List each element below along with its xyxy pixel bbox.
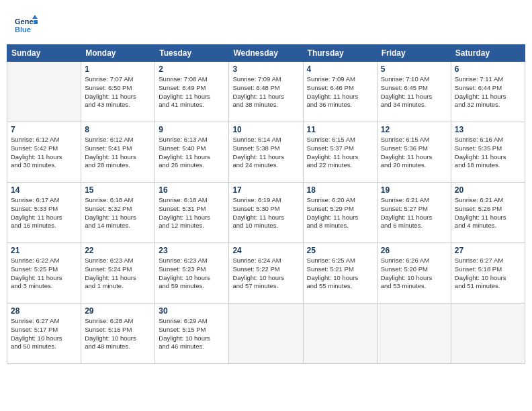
day-info: Sunrise: 6:12 AM Sunset: 5:42 PM Dayligh… [11, 136, 77, 170]
calendar-cell [229, 304, 303, 364]
calendar-cell: 10Sunrise: 6:14 AM Sunset: 5:38 PM Dayli… [229, 122, 303, 183]
day-info: Sunrise: 7:09 AM Sunset: 6:48 PM Dayligh… [232, 75, 299, 109]
day-info: Sunrise: 6:14 AM Sunset: 5:38 PM Dayligh… [232, 136, 299, 170]
day-info: Sunrise: 6:22 AM Sunset: 5:25 PM Dayligh… [11, 257, 77, 291]
day-info: Sunrise: 6:23 AM Sunset: 5:24 PM Dayligh… [85, 257, 151, 291]
day-info: Sunrise: 6:25 AM Sunset: 5:21 PM Dayligh… [307, 257, 373, 291]
day-number: 18 [307, 185, 373, 195]
calendar-week-5: 28Sunrise: 6:27 AM Sunset: 5:17 PM Dayli… [7, 304, 525, 364]
calendar-cell: 17Sunrise: 6:19 AM Sunset: 5:30 PM Dayli… [229, 183, 303, 243]
calendar-cell: 11Sunrise: 6:15 AM Sunset: 5:37 PM Dayli… [303, 122, 377, 183]
calendar-cell: 20Sunrise: 6:21 AM Sunset: 5:26 PM Dayli… [451, 183, 525, 243]
day-number: 27 [455, 246, 521, 255]
calendar-cell: 26Sunrise: 6:26 AM Sunset: 5:20 PM Dayli… [377, 243, 451, 304]
day-info: Sunrise: 6:18 AM Sunset: 5:31 PM Dayligh… [159, 196, 225, 230]
day-number: 15 [85, 185, 151, 195]
day-number: 6 [455, 64, 521, 74]
calendar-cell: 4Sunrise: 7:09 AM Sunset: 6:46 PM Daylig… [303, 62, 377, 122]
day-info: Sunrise: 7:08 AM Sunset: 6:49 PM Dayligh… [159, 75, 225, 109]
calendar-cell [377, 304, 451, 364]
calendar-header-tuesday: Tuesday [155, 45, 229, 62]
day-info: Sunrise: 6:17 AM Sunset: 5:33 PM Dayligh… [11, 196, 77, 230]
day-number: 1 [85, 64, 151, 74]
day-number: 2 [159, 64, 225, 74]
calendar-cell: 28Sunrise: 6:27 AM Sunset: 5:17 PM Dayli… [7, 304, 81, 364]
calendar-header-row: SundayMondayTuesdayWednesdayThursdayFrid… [7, 45, 525, 62]
day-number: 25 [307, 246, 373, 255]
calendar-header-monday: Monday [81, 45, 155, 62]
day-info: Sunrise: 6:27 AM Sunset: 5:17 PM Dayligh… [11, 317, 77, 351]
day-number: 14 [11, 185, 77, 195]
day-number: 23 [159, 246, 225, 255]
day-info: Sunrise: 6:18 AM Sunset: 5:32 PM Dayligh… [85, 196, 151, 230]
calendar-cell: 22Sunrise: 6:23 AM Sunset: 5:24 PM Dayli… [81, 243, 155, 304]
calendar-cell: 29Sunrise: 6:28 AM Sunset: 5:16 PM Dayli… [81, 304, 155, 364]
calendar-cell: 3Sunrise: 7:09 AM Sunset: 6:48 PM Daylig… [229, 62, 303, 122]
calendar-cell: 30Sunrise: 6:29 AM Sunset: 5:15 PM Dayli… [155, 304, 229, 364]
day-number: 5 [381, 64, 447, 74]
day-info: Sunrise: 6:15 AM Sunset: 5:36 PM Dayligh… [381, 136, 447, 170]
calendar-header-friday: Friday [377, 45, 451, 62]
calendar-cell: 16Sunrise: 6:18 AM Sunset: 5:31 PM Dayli… [155, 183, 229, 243]
day-info: Sunrise: 6:21 AM Sunset: 5:27 PM Dayligh… [381, 196, 447, 230]
day-number: 8 [85, 125, 151, 134]
calendar-header-wednesday: Wednesday [229, 45, 303, 62]
svg-marker-3 [34, 20, 38, 24]
day-number: 28 [11, 306, 77, 316]
calendar-cell: 25Sunrise: 6:25 AM Sunset: 5:21 PM Dayli… [303, 243, 377, 304]
day-info: Sunrise: 6:21 AM Sunset: 5:26 PM Dayligh… [455, 196, 521, 230]
calendar-cell: 24Sunrise: 6:24 AM Sunset: 5:22 PM Dayli… [229, 243, 303, 304]
calendar-cell: 14Sunrise: 6:17 AM Sunset: 5:33 PM Dayli… [7, 183, 81, 243]
calendar-cell: 12Sunrise: 6:15 AM Sunset: 5:36 PM Dayli… [377, 122, 451, 183]
day-number: 21 [11, 246, 77, 255]
calendar-header-thursday: Thursday [303, 45, 377, 62]
day-number: 29 [85, 306, 151, 316]
day-number: 30 [159, 306, 225, 316]
day-info: Sunrise: 6:26 AM Sunset: 5:20 PM Dayligh… [381, 257, 447, 291]
logo: General Blue [13, 13, 40, 38]
day-info: Sunrise: 6:24 AM Sunset: 5:22 PM Dayligh… [232, 257, 299, 291]
calendar-table: SundayMondayTuesdayWednesdayThursdayFrid… [7, 44, 525, 364]
calendar-cell: 18Sunrise: 6:20 AM Sunset: 5:29 PM Dayli… [303, 183, 377, 243]
svg-text:Blue: Blue [15, 26, 31, 34]
day-number: 16 [159, 185, 225, 195]
calendar-week-1: 1Sunrise: 7:07 AM Sunset: 6:50 PM Daylig… [7, 62, 525, 122]
calendar-week-2: 7Sunrise: 6:12 AM Sunset: 5:42 PM Daylig… [7, 122, 525, 183]
day-number: 13 [455, 125, 521, 134]
day-info: Sunrise: 6:12 AM Sunset: 5:41 PM Dayligh… [85, 136, 151, 170]
day-info: Sunrise: 7:07 AM Sunset: 6:50 PM Dayligh… [85, 75, 151, 109]
day-number: 4 [307, 64, 373, 74]
day-number: 3 [232, 64, 299, 74]
calendar-cell: 13Sunrise: 6:16 AM Sunset: 5:35 PM Dayli… [451, 122, 525, 183]
day-info: Sunrise: 6:13 AM Sunset: 5:40 PM Dayligh… [159, 136, 225, 170]
day-number: 7 [11, 125, 77, 134]
page-header: General Blue [7, 7, 525, 40]
day-info: Sunrise: 6:23 AM Sunset: 5:23 PM Dayligh… [159, 257, 225, 291]
day-number: 10 [232, 125, 299, 134]
calendar-cell [7, 62, 81, 122]
day-number: 22 [85, 246, 151, 255]
day-info: Sunrise: 6:19 AM Sunset: 5:30 PM Dayligh… [232, 196, 299, 230]
calendar-cell: 21Sunrise: 6:22 AM Sunset: 5:25 PM Dayli… [7, 243, 81, 304]
calendar-week-3: 14Sunrise: 6:17 AM Sunset: 5:33 PM Dayli… [7, 183, 525, 243]
calendar-cell: 1Sunrise: 7:07 AM Sunset: 6:50 PM Daylig… [81, 62, 155, 122]
day-info: Sunrise: 6:29 AM Sunset: 5:15 PM Dayligh… [159, 317, 225, 351]
day-info: Sunrise: 7:09 AM Sunset: 6:46 PM Dayligh… [307, 75, 373, 109]
day-info: Sunrise: 6:20 AM Sunset: 5:29 PM Dayligh… [307, 196, 373, 230]
day-number: 19 [381, 185, 447, 195]
calendar-header-sunday: Sunday [7, 45, 81, 62]
day-number: 20 [455, 185, 521, 195]
svg-marker-2 [32, 15, 38, 19]
calendar-cell: 2Sunrise: 7:08 AM Sunset: 6:49 PM Daylig… [155, 62, 229, 122]
day-info: Sunrise: 7:10 AM Sunset: 6:45 PM Dayligh… [381, 75, 447, 109]
calendar-cell: 6Sunrise: 7:11 AM Sunset: 6:44 PM Daylig… [451, 62, 525, 122]
calendar-cell [451, 304, 525, 364]
calendar-cell: 7Sunrise: 6:12 AM Sunset: 5:42 PM Daylig… [7, 122, 81, 183]
day-info: Sunrise: 6:15 AM Sunset: 5:37 PM Dayligh… [307, 136, 373, 170]
calendar-cell [303, 304, 377, 364]
day-number: 11 [307, 125, 373, 134]
day-info: Sunrise: 7:11 AM Sunset: 6:44 PM Dayligh… [455, 75, 521, 109]
day-number: 12 [381, 125, 447, 134]
day-info: Sunrise: 6:27 AM Sunset: 5:18 PM Dayligh… [455, 257, 521, 291]
day-number: 17 [232, 185, 299, 195]
